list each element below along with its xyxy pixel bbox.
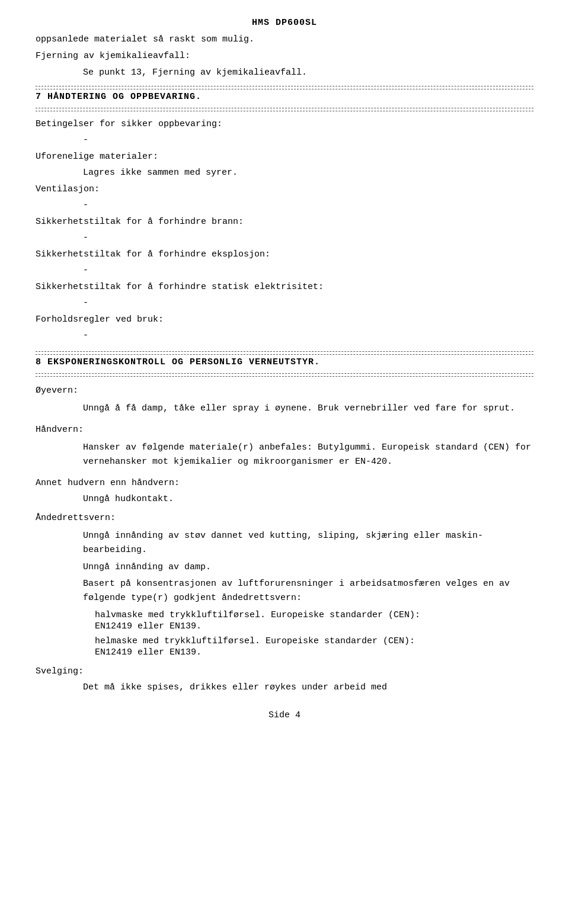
divider-bottom-7 — [36, 108, 533, 108]
incompatible-label: Uforenelige materialer: — [36, 150, 533, 164]
intro-line1: oppsanlede materialet så raskt som mulig… — [36, 33, 533, 47]
swallowing-label: Svelging: — [36, 665, 533, 679]
divider-top-8b — [36, 354, 533, 355]
fire-label: Sikkerhetstiltak for å forhindre brann: — [36, 215, 533, 229]
hand-label: Håndvern: — [36, 423, 533, 437]
storage-conditions-dash: - — [36, 135, 533, 145]
halfmask-std: EN12419 eller EN139. — [95, 621, 202, 631]
fullmask-label: helmaske med trykkluftilførsel. Europeis… — [95, 636, 415, 646]
swallowing-text: Det må ikke spises, drikkes eller røykes… — [36, 682, 533, 692]
halfmask-label: halvmaske med trykkluftilførsel. Europei… — [95, 610, 420, 620]
divider-top-8 — [36, 351, 533, 352]
rules-dash: - — [36, 331, 533, 341]
fire-dash: - — [36, 233, 533, 243]
page-footer: Side 4 — [36, 710, 533, 720]
ventilation-label: Ventilasjon: — [36, 182, 533, 197]
explosion-dash: - — [36, 265, 533, 275]
document-title: HMS DP600SL — [36, 18, 533, 28]
intro-line3: Se punkt 13, Fjerning av kjemikalieavfal… — [36, 66, 533, 80]
rules-label: Forholdsregler ved bruk: — [36, 313, 533, 327]
intro-line2: Fjerning av kjemikalieavfall: — [36, 49, 533, 63]
eye-label: Øyevern: — [36, 384, 533, 398]
divider-top-7b — [36, 89, 533, 89]
divider-bottom-8b — [36, 376, 533, 377]
other-skin-label: Annet hudvern enn håndvern: — [36, 476, 533, 490]
eye-text: Unngå å få damp, tåke eller spray i øyne… — [36, 402, 533, 416]
static-label: Sikkerhetstiltak for å forhindre statisk… — [36, 280, 533, 294]
incompatible-text: Lagres ikke sammen med syrer. — [36, 168, 533, 178]
respiratory-text2: Unngå innånding av damp. — [36, 562, 533, 572]
respiratory-text3: Basert på konsentrasjonen av luftforuren… — [36, 577, 533, 605]
explosion-label: Sikkerhetstiltak for å forhindre eksplos… — [36, 248, 533, 262]
respiratory-label: Åndedrettsvern: — [36, 511, 533, 525]
fullmask-std: EN12419 eller EN139. — [95, 647, 202, 657]
hand-text1: Hansker av følgende materiale(r) anbefal… — [36, 441, 533, 469]
other-skin-text: Unngå hudkontakt. — [36, 494, 533, 504]
storage-conditions-label: Betingelser for sikker oppbevaring: — [36, 117, 533, 131]
section7-header: 7 HÅNDTERING OG OPPBEVARING. — [36, 92, 533, 102]
divider-bottom-8 — [36, 373, 533, 374]
section8-header: 8 EKSPONERINGSKONTROLL OG PERSONLIG VERN… — [36, 357, 533, 367]
divider-top-7 — [36, 86, 533, 86]
static-dash: - — [36, 298, 533, 308]
respiratory-text1: Unngå innånding av støv dannet ved kutti… — [36, 529, 533, 557]
ventilation-dash: - — [36, 200, 533, 210]
divider-bottom-7b — [36, 111, 533, 111]
